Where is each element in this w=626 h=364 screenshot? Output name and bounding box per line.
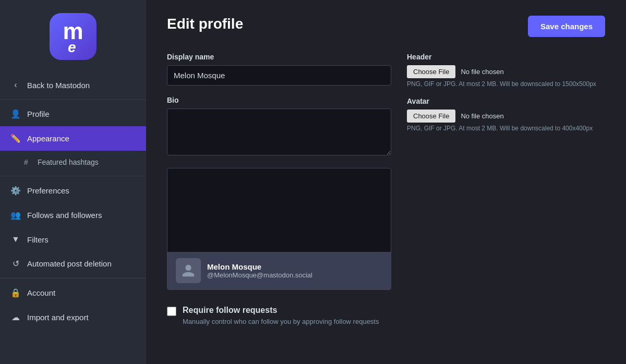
logo-e-letter: e [68,39,76,56]
avatar-choose-file-button[interactable]: Choose File [407,110,455,123]
sidebar-item-auto-delete[interactable]: ↺ Automated post deletion [0,251,146,276]
app-logo: m e [50,13,97,60]
avatar-file-row: Choose File No file chosen [407,110,605,123]
bio-group: Bio [167,96,391,157]
sidebar-item-back-label: Back to Mastodon [27,81,90,90]
person-icon: 👤 [10,109,21,119]
avatar-upload-label: Avatar [407,97,605,105]
avatar-no-file-text: No file chosen [461,112,503,120]
header-upload-section: Header Choose File No file chosen PNG, G… [407,53,605,88]
sidebar-item-appearance[interactable]: ✏️ Appearance [0,126,146,151]
nav-divider-2 [0,176,146,176]
refresh-icon: ↺ [10,259,21,269]
avatar-upload-section: Avatar Choose File No file chosen PNG, G… [407,97,605,132]
sidebar-item-featured-hashtags[interactable]: # Featured hashtags [0,151,146,174]
sidebar-item-preferences[interactable]: ⚙️ Preferences [0,178,146,203]
form-right: Header Choose File No file chosen PNG, G… [407,53,605,326]
display-name-group: Display name [167,53,391,86]
save-button[interactable]: Save changes [528,16,605,37]
profile-handle: @MelonMosque@mastodon.social [207,271,312,279]
hashtag-icon: # [21,158,31,166]
sidebar-item-profile-label: Profile [27,110,50,118]
display-name-label: Display name [167,53,391,61]
main-content: Edit profile Save changes Display name B… [146,0,626,364]
gear-icon: ⚙️ [10,186,21,196]
filter-icon: ▼ [10,235,21,244]
lock-icon: 🔒 [10,288,21,298]
avatar-file-hint: PNG, GIF or JPG. At most 2 MB. Will be d… [407,125,605,132]
sidebar-item-filters[interactable]: ▼ Filters [0,227,146,251]
header-choose-file-button[interactable]: Choose File [407,65,455,78]
sidebar-item-auto-delete-label: Automated post deletion [27,259,112,268]
follow-requests-text: Require follow requests Manually control… [183,306,379,326]
people-icon: 👥 [10,210,21,220]
cloud-icon: ☁ [10,312,21,322]
form-left: Display name Bio Melon Mosque [167,53,391,326]
bio-textarea[interactable] [167,108,391,155]
nav-divider-3 [0,278,146,278]
sidebar-item-follows-followers[interactable]: 👥 Follows and followers [0,203,146,227]
sidebar-item-account[interactable]: 🔒 Account [0,281,146,305]
profile-info-bar: Melon Mosque @MelonMosque@mastodon.socia… [167,252,391,289]
sidebar-item-filters-label: Filters [27,235,49,244]
sidebar-item-featured-hashtags-label: Featured hashtags [38,158,99,166]
sidebar-item-account-label: Account [27,288,55,297]
follow-requests-section: Require follow requests Manually control… [167,306,391,326]
profile-text: Melon Mosque @MelonMosque@mastodon.socia… [207,262,312,279]
display-name-input[interactable] [167,65,391,86]
profile-preview: Melon Mosque @MelonMosque@mastodon.socia… [167,168,391,290]
bio-label: Bio [167,96,391,104]
follow-requests-title: Require follow requests [183,306,379,315]
profile-name: Melon Mosque [207,262,312,271]
require-follow-checkbox[interactable] [167,307,176,316]
page-header: Edit profile Save changes [167,16,605,37]
header-file-hint: PNG, GIF or JPG. At most 2 MB. Will be d… [407,80,605,88]
sidebar-item-back[interactable]: ‹ Back to Mastodon [0,73,146,97]
sidebar-item-import-export[interactable]: ☁ Import and export [0,305,146,330]
sidebar-item-preferences-label: Preferences [27,186,69,195]
pencil-icon: ✏️ [10,134,21,143]
header-preview-image [167,168,391,252]
page-title: Edit profile [167,16,243,32]
sidebar-item-appearance-label: Appearance [27,134,69,143]
sidebar-item-profile[interactable]: 👤 Profile [0,102,146,126]
header-file-row: Choose File No file chosen [407,65,605,78]
header-no-file-text: No file chosen [461,68,503,76]
form-section: Display name Bio Melon Mosque [167,53,605,326]
follow-requests-desc: Manually control who can follow you by a… [183,318,379,325]
chevron-left-icon: ‹ [10,80,21,90]
avatar [176,258,201,283]
sidebar-nav: ‹ Back to Mastodon 👤 Profile ✏️ Appearan… [0,73,146,364]
sidebar-item-import-export-label: Import and export [27,313,89,322]
header-upload-label: Header [407,53,605,61]
logo-area: m e [0,0,146,73]
sidebar-item-follows-followers-label: Follows and followers [27,211,102,220]
nav-divider-1 [0,99,146,100]
sidebar: m e ‹ Back to Mastodon 👤 Profile ✏️ Appe… [0,0,146,364]
